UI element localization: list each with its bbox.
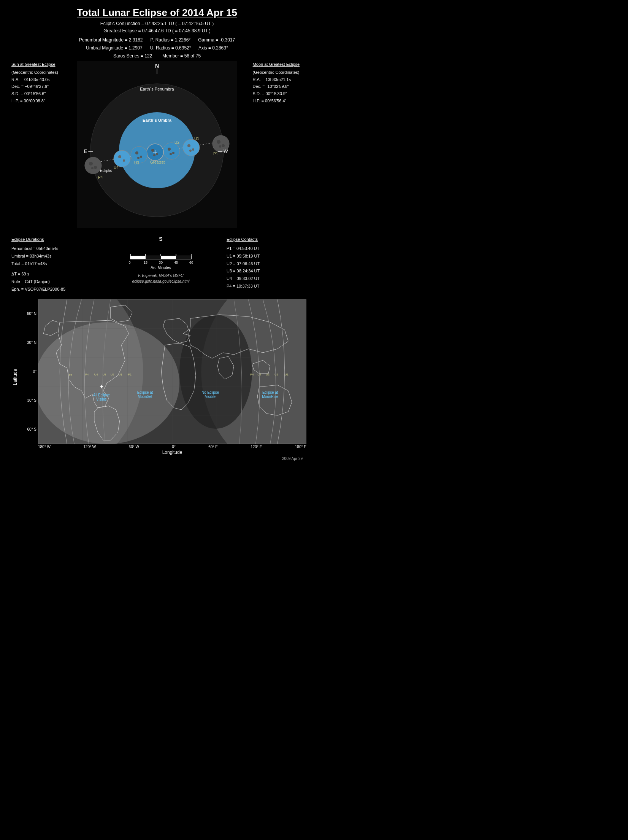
svg-text:U2: U2 (111, 373, 114, 376)
svg-point-27 (172, 152, 174, 154)
lon-60w: 60° W (129, 445, 139, 449)
svg-point-13 (91, 167, 94, 169)
moon-sublabel: (Geocentric Coordinates) (253, 69, 303, 76)
contact-u3: U3 = 08:24:34 UT (227, 267, 303, 275)
svg-point-42 (114, 150, 130, 167)
svg-rect-54 (130, 256, 146, 259)
svg-text:N: N (155, 63, 159, 69)
scale-block: S 0 15 30 45 60 (123, 236, 199, 283)
svg-text:Eclipse at: Eclipse at (262, 390, 278, 395)
svg-text:↑P1: ↑P1 (127, 373, 132, 376)
svg-point-38 (135, 151, 138, 154)
sun-sublabel: (Geocentric Coordinates) (11, 69, 61, 76)
umbral-mag: Umbral Magnitude = 1.2907 (86, 45, 142, 51)
delta-t: ΔT = 69 s (11, 270, 95, 278)
moon-dec: Dec. = -10°02'59.8" (253, 83, 303, 90)
svg-text:Earth´s Penumbra: Earth´s Penumbra (140, 87, 174, 91)
svg-point-22 (192, 148, 194, 151)
svg-text:U4: U4 (114, 165, 119, 170)
conjunction-line: Ecliptic Conjunction = 07:43:25.1 TD ( =… (8, 20, 306, 27)
moon-label: Moon at Greatest Eclipse (253, 61, 303, 68)
eph: Eph. = VSOP87/ELP2000-85 (11, 286, 95, 293)
svg-point-26 (168, 148, 171, 151)
date-bottom: 2009 Apr 29 (8, 457, 306, 461)
svg-point-11 (89, 162, 93, 165)
svg-point-33 (151, 149, 154, 152)
svg-text:MoonRise: MoonRise (262, 395, 278, 399)
params-block: Penumbral Magnitude = 2.3182 P. Radius =… (8, 36, 306, 52)
u-radius: U. Radius = 0.6952° (150, 45, 191, 51)
lon-120e: 120° E (251, 445, 262, 449)
contacts-label: Eclipse Contacts (227, 236, 303, 243)
svg-text:30: 30 (159, 261, 163, 264)
eclipse-diagram: N Earth´s Penumbra Earth´s Umbra Eclipti… (61, 61, 252, 228)
lon-60e: 60° E (208, 445, 218, 449)
member: Member = 56 of 75 (162, 53, 201, 59)
p-radius: P. Radius = 1.2266° (151, 37, 191, 43)
sun-sd: S.D. = 00°15'56.6" (11, 90, 61, 97)
contact-p4: P4 = 10:37:33 UT (227, 283, 303, 290)
svg-text:·U1: ·U1 (284, 373, 289, 376)
svg-point-16 (217, 140, 220, 144)
greatest-line: Greatest Eclipse = 07:46:47.6 TD ( = 07:… (8, 27, 306, 35)
param-row-2: Umbral Magnitude = 1.2907 U. Radius = 0.… (8, 44, 306, 52)
svg-text:U2: U2 (274, 373, 278, 376)
svg-text:P4: P4 (85, 373, 89, 376)
contact-u4: U4 = 09:33:02 UT (227, 275, 303, 283)
total-dur: Total = 01h17m48s (11, 260, 95, 268)
svg-text:P4: P4 (98, 175, 103, 180)
rule: Rule = CdT (Danjon) (11, 278, 95, 286)
lon-120w: 120° W (83, 445, 96, 449)
sun-dec: Dec. = +09°46'27.6" (11, 83, 61, 90)
svg-text:P1: P1 (69, 374, 72, 377)
svg-point-17 (222, 144, 225, 147)
scale-label: Arc-Minutes (123, 266, 199, 270)
durations-label: Eclipse Durations (11, 236, 95, 243)
moon-sd: S.D. = 00°15'30.9" (253, 90, 303, 97)
svg-text:Eclipse at: Eclipse at (137, 390, 153, 395)
lat-0: 0° (33, 369, 36, 374)
svg-text:MoonSet: MoonSet (138, 395, 152, 399)
svg-point-37 (131, 146, 147, 163)
svg-rect-57 (176, 256, 191, 259)
svg-text:E —: E — (84, 149, 93, 154)
svg-text:No Eclipse: No Eclipse (201, 390, 219, 395)
svg-point-39 (140, 156, 142, 158)
bottom-section: Eclipse Durations Penumbral = 05h43m54s … (8, 232, 306, 293)
svg-text:15: 15 (144, 261, 147, 264)
lat-60s: 60° S (27, 427, 36, 431)
svg-text:P1: P1 (213, 152, 218, 156)
svg-point-28 (170, 153, 172, 155)
svg-text:All Eclipse: All Eclipse (93, 393, 110, 397)
page-title: Total Lunar Eclipse of 2014 Apr 15 (8, 4, 306, 19)
svg-text:Visible: Visible (96, 397, 107, 401)
attribution-line2: eclipse.gsfc.nasa.gov/eclipse.html (123, 279, 199, 283)
lat-axis-label: Latitude (13, 369, 18, 385)
svg-point-34 (156, 153, 158, 155)
param-row-1: Penumbral Magnitude = 2.3182 P. Radius =… (8, 36, 306, 44)
svg-point-66 (38, 322, 179, 444)
svg-text:✦: ✦ (99, 383, 104, 390)
gamma: Gamma = -0.3017 (198, 37, 235, 43)
contact-u2: U2 = 07:06:46 UT (227, 260, 303, 268)
durations: Eclipse Durations Penumbral = 05h43m54s … (11, 236, 95, 293)
lon-180e: 180° E (295, 445, 306, 449)
penumbral-mag: Penumbral Magnitude = 2.3182 (79, 37, 143, 43)
svg-text:Earth´s Umbra: Earth´s Umbra (143, 118, 172, 123)
saros-block: Saros Series = 122 Member = 56 of 75 (8, 53, 306, 59)
s-label: S (123, 236, 199, 242)
svg-text:U2: U2 (174, 140, 179, 145)
svg-point-21 (187, 144, 190, 147)
svg-text:Ecliptic: Ecliptic (100, 169, 112, 173)
attribution-line1: F. Espenak, NASA's GSFC (123, 274, 199, 278)
moon-hp: H.P. = 00°56'56.4" (253, 97, 303, 105)
world-map-section: Latitude 60° N 30° N 0° 30° S 60° S (8, 299, 306, 455)
svg-text:U1: U1 (194, 137, 199, 141)
svg-point-44 (123, 159, 125, 162)
svg-text:— W: — W (218, 149, 228, 154)
lat-60n: 60° N (27, 312, 36, 316)
svg-text:U3: U3 (103, 373, 106, 376)
info-row: Sun at Greatest Eclipse (Geocentric Coor… (8, 61, 306, 228)
svg-text:Greatest: Greatest (150, 160, 165, 164)
eclipse-contacts: Eclipse Contacts P1 = 04:53:40 UT U1 = 0… (227, 236, 303, 290)
